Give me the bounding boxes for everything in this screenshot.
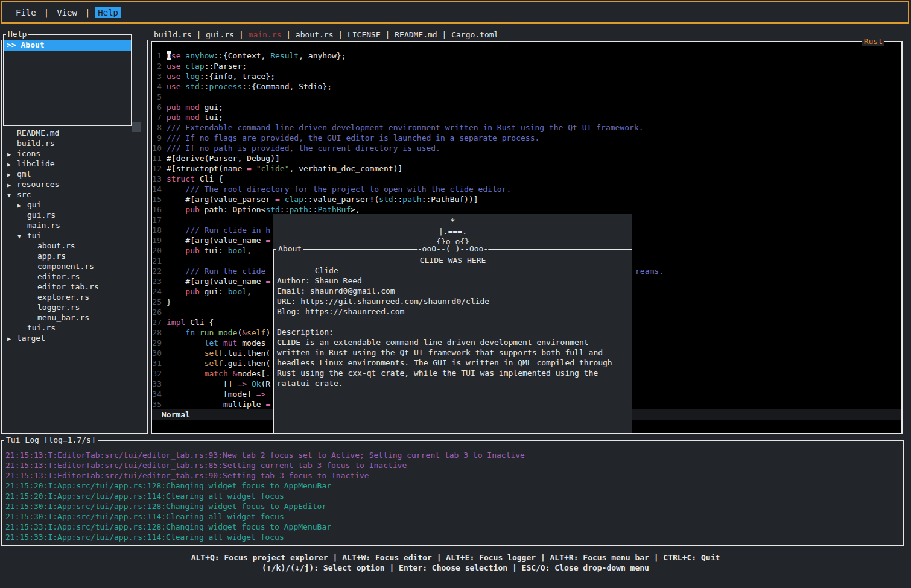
help-dropdown-panel: Help >> About bbox=[3, 34, 132, 126]
tab-separator: | bbox=[234, 30, 248, 39]
menu-item-file[interactable]: File bbox=[13, 7, 39, 18]
help-menu-item-about[interactable]: >> About bbox=[4, 40, 131, 51]
chevron-right-icon: ▶ bbox=[7, 180, 11, 190]
code-token: ::{info, trace}; bbox=[200, 72, 275, 81]
tab-gui-rs[interactable]: gui.rs bbox=[206, 30, 234, 39]
code-token: tui: bbox=[200, 246, 228, 255]
log-entry: 21:15:33:I:App:src/tui/app.rs:114:Cleari… bbox=[2, 532, 903, 542]
tree-item-target[interactable]: ▶target bbox=[2, 333, 147, 343]
code-token: Context bbox=[228, 51, 261, 60]
code-token: #[derive(Parser, Debug)] bbox=[167, 154, 280, 163]
ascii-art-line: * bbox=[273, 216, 632, 226]
code-line: 11#[derive(Parser, Debug)] bbox=[152, 153, 901, 163]
tree-item-logger-rs[interactable]: logger.rs bbox=[2, 302, 147, 312]
tree-item-menu-bar-rs[interactable]: menu_bar.rs bbox=[2, 312, 147, 323]
tree-item-build-rs[interactable]: build.rs bbox=[2, 138, 147, 148]
code-token: = bbox=[265, 277, 270, 286]
tab-readme-md[interactable]: README.md bbox=[395, 30, 437, 39]
tree-item-icons[interactable]: ▶icons bbox=[2, 148, 147, 159]
log-entries: 21:15:13:T:EditorTab:src/tui/editor_tab.… bbox=[2, 450, 903, 542]
code-token: pub mod bbox=[167, 113, 200, 122]
code-token: use bbox=[167, 82, 180, 91]
code-line: 5 bbox=[152, 92, 901, 102]
tab-separator: | bbox=[192, 30, 206, 39]
code-token: pub bbox=[185, 246, 199, 255]
code-line: 9/// If no flags are provided, the GUI e… bbox=[152, 133, 901, 143]
about-line: Rust using the cxx-qt crate, while the T… bbox=[274, 368, 632, 378]
code-token: #[arg(value_name bbox=[167, 277, 265, 286]
tree-item-component-rs[interactable]: component.rs bbox=[2, 261, 147, 271]
code-token: ::value_parser!( bbox=[303, 195, 379, 204]
code-token: , verbatim_doc_comment)] bbox=[290, 164, 403, 173]
app-root: File|View|Help Help >> About README.mdbu… bbox=[0, 0, 911, 588]
code-token: let bbox=[205, 338, 218, 347]
code-token: log bbox=[185, 72, 199, 81]
keybind-help-line2: (↑/k)/(↓/j): Select option | Enter: Choo… bbox=[0, 563, 911, 573]
explorer-scrollbar-thumb[interactable] bbox=[132, 122, 141, 132]
tree-item-editor-rs[interactable]: editor.rs bbox=[2, 271, 147, 282]
code-token: PathBuf bbox=[317, 205, 351, 214]
code-token: self bbox=[205, 359, 223, 368]
tree-item-main-rs[interactable]: main.rs bbox=[2, 220, 147, 230]
code-token: gui: bbox=[200, 287, 228, 296]
line-number: 24 bbox=[152, 286, 162, 297]
code-token: } bbox=[167, 297, 171, 306]
code-token bbox=[167, 287, 185, 296]
code-token bbox=[167, 359, 205, 368]
keybind-help-line1: ALT+Q: Focus project explorer | ALT+W: F… bbox=[0, 552, 911, 563]
tree-item-explorer-rs[interactable]: explorer.rs bbox=[2, 292, 147, 302]
tab-build-rs[interactable]: build.rs bbox=[154, 30, 192, 39]
chevron-down-icon: ▼ bbox=[17, 231, 21, 241]
chevron-right-icon: ▶ bbox=[7, 159, 11, 169]
tree-item-label: icons bbox=[17, 149, 40, 158]
tree-item-qml[interactable]: ▶qml bbox=[2, 169, 147, 179]
tree-item-resources[interactable]: ▶resources bbox=[2, 179, 147, 189]
code-token bbox=[167, 328, 185, 337]
code-token: Result bbox=[270, 51, 299, 60]
code-token bbox=[167, 226, 185, 235]
tree-item-src[interactable]: ▼src bbox=[2, 189, 147, 200]
tree-item-label: gui.rs bbox=[27, 210, 56, 220]
code-token: anyhow bbox=[185, 51, 214, 60]
line-number: 33 bbox=[152, 379, 162, 389]
tree-item-label: resources bbox=[17, 180, 59, 189]
tab-main-rs[interactable]: main.rs bbox=[249, 30, 282, 39]
code-token: ::{ bbox=[214, 51, 227, 60]
menu-item-help[interactable]: Help bbox=[95, 7, 121, 18]
code-token: multiple bbox=[167, 400, 265, 409]
app-name: Clide bbox=[315, 266, 338, 275]
code-token: , bbox=[247, 287, 252, 296]
tree-item-label: tui bbox=[27, 231, 41, 240]
tree-item-readme-md[interactable]: README.md bbox=[2, 128, 147, 138]
tree-item-app-rs[interactable]: app.rs bbox=[2, 251, 147, 261]
tree-item-libclide[interactable]: ▶libclide bbox=[2, 159, 147, 169]
line-number: 26 bbox=[152, 307, 162, 317]
menu-bar: File|View|Help bbox=[1, 1, 909, 24]
tree-item-label: editor_tab.rs bbox=[37, 282, 99, 291]
tree-item-about-rs[interactable]: about.rs bbox=[2, 241, 147, 251]
tree-item-tui-rs[interactable]: tui.rs bbox=[2, 323, 147, 333]
code-token: path: Option< bbox=[200, 205, 266, 214]
menu-item-view[interactable]: View bbox=[54, 7, 80, 18]
tree-item-editor-tab-rs[interactable]: editor_tab.rs bbox=[2, 282, 147, 292]
code-token: = bbox=[265, 400, 270, 409]
tab-about-rs[interactable]: about.rs bbox=[296, 30, 334, 39]
tree-item-tui[interactable]: ▼tui bbox=[2, 230, 147, 241]
about-line: Author: Shaun Reed bbox=[274, 276, 632, 286]
code-fragment-behind-popup: reams. bbox=[635, 266, 664, 276]
tree-item-label: qml bbox=[17, 169, 31, 179]
keybind-help: ALT+Q: Focus project explorer | ALT+W: F… bbox=[0, 552, 911, 573]
tree-item-label: main.rs bbox=[27, 221, 60, 230]
tab-cargo-toml[interactable]: Cargo.toml bbox=[451, 30, 498, 39]
tab-license[interactable]: LICENSE bbox=[348, 30, 381, 39]
code-token: struct bbox=[167, 174, 195, 183]
tree-item-label: src bbox=[17, 190, 31, 199]
line-number: 1 bbox=[152, 51, 162, 61]
log-entry: 21:15:20:I:App:src/tui/app.rs:114:Cleari… bbox=[2, 491, 903, 501]
code-token bbox=[247, 379, 252, 388]
tree-item-gui[interactable]: ▶gui bbox=[2, 200, 147, 210]
about-line bbox=[274, 317, 632, 327]
code-token: Ok bbox=[252, 379, 261, 388]
tree-item-gui-rs[interactable]: gui.rs bbox=[2, 210, 147, 220]
chevron-right-icon: ▶ bbox=[7, 169, 11, 180]
